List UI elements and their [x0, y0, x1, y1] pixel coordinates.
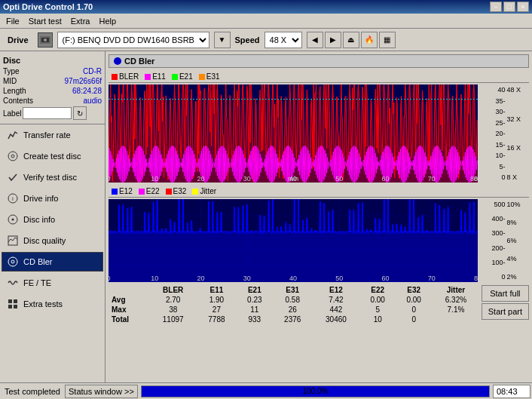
legend-bler-label: BLER	[119, 72, 139, 81]
stats-area: BLER E11 E21 E31 E12 E22 E32 Jitter Avg	[109, 285, 480, 324]
legend-e22: E22	[139, 187, 160, 195]
status-progress-text: 100.0%	[142, 386, 489, 397]
e21-color	[172, 74, 178, 80]
close-button[interactable]: ×	[517, 2, 529, 12]
menu-help[interactable]: Help	[94, 15, 121, 27]
status-window-button[interactable]: Status window >>	[65, 385, 138, 398]
panel-title-text: CD Bler	[124, 57, 154, 66]
row-label-avg: Avg	[109, 295, 149, 305]
disc-length-val: 68:24.28	[72, 87, 102, 95]
legend-e21: E21	[172, 72, 193, 81]
e22-color	[139, 189, 145, 195]
col-header-blank	[109, 285, 149, 295]
nav-disc-quality-label: Disc quality	[23, 236, 66, 245]
nav-verify-label: Verify test disc	[23, 173, 77, 182]
quality-icon	[7, 235, 19, 247]
speed-controls: ◀ ▶ ⏏ 🔥 ▦	[307, 32, 396, 48]
e32-color	[166, 189, 172, 195]
row-label-max: Max	[109, 305, 149, 315]
nav-drive-info-label: Drive info	[23, 194, 58, 203]
title-bar: Opti Drive Control 1.70 − □ ×	[0, 0, 532, 14]
svg-rect-14	[8, 305, 12, 308]
eject-button[interactable]: ⏏	[343, 32, 359, 48]
total-e21: 933	[237, 315, 273, 324]
chart2-y-axis: 500 400- 300- 200- 100- 0	[479, 199, 505, 282]
disc-contents-val: audio	[84, 97, 102, 105]
col-header-bler: BLER	[149, 285, 197, 295]
legend-e12: E12	[112, 187, 133, 195]
total-jitter	[432, 315, 480, 324]
total-e22: 10	[359, 315, 396, 324]
panel-title-dot	[114, 57, 121, 65]
avg-e32: 0.00	[396, 295, 432, 305]
chart1-legend: BLER E11 E21 E31	[109, 71, 529, 83]
panel-title: CD Bler	[109, 54, 529, 68]
disc-icon	[7, 150, 19, 162]
menu-start-test[interactable]: Start test	[24, 15, 66, 27]
svg-point-11	[11, 260, 14, 263]
max-jitter: 7.1%	[432, 305, 480, 315]
sidebar-item-extra-tests[interactable]: Extra tests	[2, 294, 103, 314]
max-e21: 11	[237, 305, 273, 315]
avg-e11: 1.90	[197, 295, 237, 305]
col-header-jitter: Jitter	[432, 285, 480, 295]
svg-rect-15	[14, 305, 17, 308]
content-area: CD Bler BLER E11 E21 E31	[105, 51, 532, 382]
nav-extra-tests-label: Extra tests	[23, 299, 63, 308]
drive-refresh-button[interactable]: ▼	[214, 32, 231, 48]
nav-create-label: Create test disc	[23, 152, 81, 161]
disc-type-row: Type CD-R	[3, 66, 102, 76]
svg-rect-12	[8, 299, 12, 303]
burn-button[interactable]: 🔥	[361, 32, 378, 48]
sidebar-item-fe-te[interactable]: FE / TE	[2, 273, 103, 293]
menu-file[interactable]: File	[2, 15, 24, 27]
start-part-button[interactable]: Start part	[482, 303, 529, 320]
disc-label-key: Label	[3, 109, 21, 118]
disc-section: Disc Type CD-R MID 97m26s66f Length 68:2…	[0, 51, 105, 124]
max-e12: 442	[313, 305, 360, 315]
info-icon: i	[7, 192, 19, 204]
start-full-button[interactable]: Start full	[482, 285, 529, 302]
avg-e21: 0.23	[237, 295, 273, 305]
nav-disc-info-label: Disc info	[23, 215, 55, 224]
disc-label-input[interactable]	[23, 107, 72, 119]
app-title: Opti Drive Control 1.70	[3, 2, 93, 11]
maximize-button[interactable]: □	[503, 2, 515, 12]
svg-rect-13	[14, 299, 17, 303]
disc-mid-row: MID 97m26s66f	[3, 76, 102, 86]
settings-button[interactable]: ▦	[379, 32, 396, 48]
bler-color	[112, 74, 118, 80]
sidebar-item-cd-bler[interactable]: CD Bler	[2, 252, 103, 272]
sidebar-item-disc-quality[interactable]: Disc quality	[2, 231, 103, 250]
speed-fwd-button[interactable]: ▶	[325, 32, 341, 48]
drive-select[interactable]: (F:) BENQ DVD DD DW1640 BSRB	[57, 32, 209, 48]
wave-icon	[7, 277, 19, 289]
disc-label-refresh-button[interactable]: ↻	[73, 106, 87, 120]
svg-point-3	[8, 152, 17, 161]
jitter-color	[192, 189, 198, 195]
stats-row-avg: Avg 2.70 1.90 0.23 0.58 7.42 0.00 0.00 6…	[109, 295, 480, 305]
legend-jitter: Jitter	[192, 187, 216, 195]
status-time: 08:43	[493, 385, 530, 398]
menu-extra[interactable]: Extra	[66, 15, 95, 27]
sidebar-item-disc-info[interactable]: Disc info	[2, 210, 103, 229]
sidebar-item-transfer-rate[interactable]: Transfer rate	[2, 125, 103, 145]
svg-point-8	[12, 219, 14, 221]
col-header-e11: E11	[197, 285, 237, 295]
legend-jitter-label: Jitter	[200, 187, 216, 195]
svg-point-10	[8, 257, 17, 266]
speed-select[interactable]: 48 X	[264, 32, 302, 48]
avg-e31: 0.58	[273, 295, 313, 305]
sidebar-item-verify-test-disc[interactable]: Verify test disc	[2, 167, 103, 187]
avg-e22: 0.00	[359, 295, 396, 305]
chart2-canvas	[109, 199, 478, 282]
sidebar-item-drive-info[interactable]: i Drive info	[2, 189, 103, 208]
sidebar-item-create-test-disc[interactable]: Create test disc	[2, 146, 103, 166]
chart2-y-axis-right: 10% 8% 6% 4% 2%	[506, 199, 529, 282]
disc-contents-key: Contents	[3, 97, 33, 105]
minimize-button[interactable]: −	[490, 2, 502, 12]
max-e31: 26	[273, 305, 313, 315]
speed-back-button[interactable]: ◀	[307, 32, 323, 48]
svg-point-2	[44, 38, 47, 41]
nav-fe-te-label: FE / TE	[23, 278, 51, 287]
